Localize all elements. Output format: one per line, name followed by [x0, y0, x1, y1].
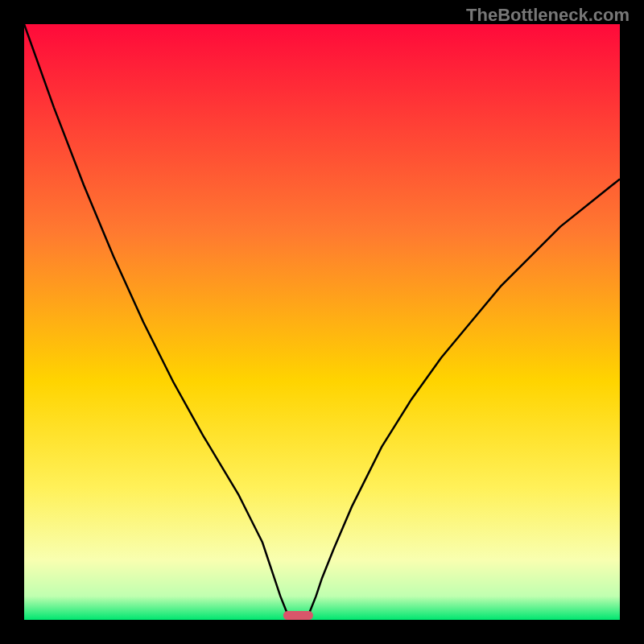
chart-plot-area	[24, 24, 620, 620]
bottleneck-marker	[283, 611, 313, 620]
chart-svg	[24, 24, 620, 620]
gradient-background	[24, 24, 620, 620]
watermark-text: TheBottleneck.com	[466, 5, 630, 26]
